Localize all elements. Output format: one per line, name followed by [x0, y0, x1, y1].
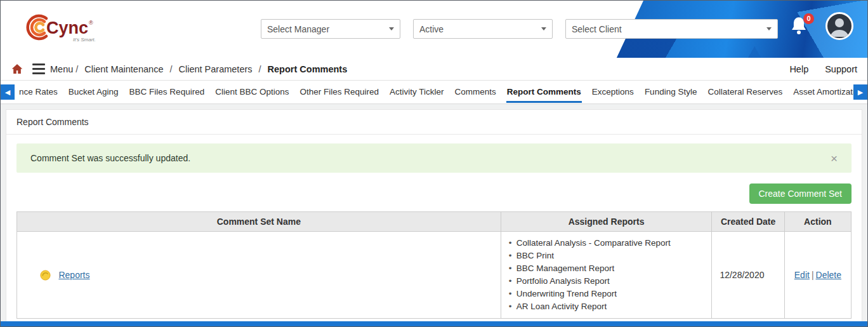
select-client-dropdown[interactable]: Select Client — [565, 19, 778, 39]
top-header: Cync ® It's Smart. Select Manager Active… — [1, 1, 867, 58]
horizontal-scrollbar[interactable] — [1, 321, 867, 326]
assigned-reports-list: Collateral Analysis - Comparative Report… — [508, 237, 706, 313]
success-alert-message: Comment Set was successfully updated. — [30, 153, 190, 163]
action-separator: | — [812, 270, 814, 280]
assigned-report-item: Collateral Analysis - Comparative Report — [508, 237, 706, 250]
breadcrumb-separator: / — [76, 64, 78, 74]
status-dropdown[interactable]: Active — [413, 19, 553, 39]
tabs-scroll-right-button[interactable]: ▶ — [853, 84, 867, 100]
tab-exceptions[interactable]: Exceptions — [591, 81, 635, 103]
breadcrumb-separator: / — [169, 64, 172, 74]
chevron-down-icon — [389, 27, 394, 30]
created-date-value: 12/28/2020 — [712, 232, 784, 319]
select-manager-dropdown[interactable]: Select Manager — [261, 19, 400, 39]
assigned-report-item: AR Loan Activity Report — [508, 300, 706, 313]
tab-bbc-files-required[interactable]: BBC Files Required — [129, 81, 206, 103]
logo-brand-text: Cync — [46, 18, 88, 37]
chevron-down-icon — [541, 27, 546, 30]
breadcrumb-client-parameters[interactable]: Client Parameters — [178, 64, 252, 74]
delete-link[interactable]: Delete — [816, 270, 841, 280]
comment-set-name-link[interactable]: Reports — [58, 270, 89, 280]
breadcrumb-separator: / — [259, 64, 261, 74]
report-comments-card: Report Comments Comment Set was successf… — [6, 109, 862, 321]
menu-label[interactable]: Menu — [50, 64, 73, 74]
col-header-action: Action — [784, 212, 851, 232]
status-value: Active — [419, 24, 444, 34]
assigned-report-item: BBC Management Report — [508, 262, 706, 275]
edit-link[interactable]: Edit — [794, 270, 810, 280]
chevron-down-icon — [766, 27, 772, 30]
select-manager-value: Select Manager — [267, 24, 329, 34]
app-window: Cync ® It's Smart. Select Manager Active… — [0, 0, 868, 327]
tab-activity-tickler[interactable]: Activity Tickler — [389, 81, 445, 103]
page-title: Report Comments — [6, 110, 862, 135]
breadcrumb-report-comments: Report Comments — [268, 64, 348, 74]
tab-report-comments[interactable]: Report Comments — [506, 81, 582, 103]
notification-count-badge: 0 — [803, 13, 814, 24]
cync-logo: Cync ® It's Smart. — [17, 8, 106, 50]
tab-bucket-aging[interactable]: Bucket Aging — [68, 81, 119, 103]
notifications-bell-button[interactable]: 0 — [790, 16, 812, 39]
tab-nce-rates[interactable]: nce Rates — [18, 81, 58, 103]
comment-set-icon — [40, 270, 51, 281]
col-header-comment-set-name: Comment Set Name — [17, 212, 501, 232]
assigned-report-item: BBC Print — [508, 250, 706, 262]
create-comment-set-button[interactable]: Create Comment Set — [749, 184, 852, 204]
help-link[interactable]: Help — [789, 64, 808, 74]
person-icon — [827, 14, 852, 38]
svg-text:®: ® — [89, 20, 93, 26]
breadcrumb: Menu / Client Maintenance / Client Param… — [1, 58, 867, 81]
tab-funding-style[interactable]: Funding Style — [644, 81, 698, 103]
menu-icon[interactable] — [32, 63, 45, 74]
assigned-report-item: Portfolio Analysis Report — [508, 275, 706, 288]
main-content: Report Comments Comment Set was successf… — [1, 104, 867, 321]
table-header-row: Comment Set Name Assigned Reports Create… — [17, 212, 852, 232]
assigned-report-item: Underwriting Trend Report — [508, 288, 706, 300]
breadcrumb-client-maintenance[interactable]: Client Maintenance — [84, 64, 163, 74]
user-avatar[interactable] — [825, 12, 853, 40]
comment-set-table: Comment Set Name Assigned Reports Create… — [16, 211, 852, 319]
tabs-scroll-left-button[interactable]: ◀ — [1, 84, 15, 100]
close-icon[interactable]: × — [831, 152, 838, 164]
col-header-created-date: Created Date — [712, 212, 784, 232]
col-header-assigned-reports: Assigned Reports — [501, 212, 712, 232]
tab-strip-items: nce RatesBucket AgingBBC Files RequiredC… — [15, 81, 853, 103]
tab-strip: ◀ nce RatesBucket AgingBBC Files Require… — [1, 81, 867, 104]
tab-other-files-required[interactable]: Other Files Required — [299, 81, 379, 103]
table-row: Reports Collateral Analysis - Comparativ… — [17, 232, 852, 319]
tab-comments[interactable]: Comments — [454, 81, 497, 103]
select-client-value: Select Client — [572, 24, 622, 34]
home-icon[interactable] — [11, 63, 23, 75]
svg-text:It's Smart.: It's Smart. — [73, 37, 96, 43]
support-link[interactable]: Support — [825, 64, 857, 74]
tab-collateral-reserves[interactable]: Collateral Reserves — [707, 81, 783, 103]
tab-asset-amortization[interactable]: Asset Amortization — [792, 81, 853, 103]
tab-client-bbc-options[interactable]: Client BBC Options — [214, 81, 289, 103]
success-alert: Comment Set was successfully updated. × — [16, 143, 852, 173]
